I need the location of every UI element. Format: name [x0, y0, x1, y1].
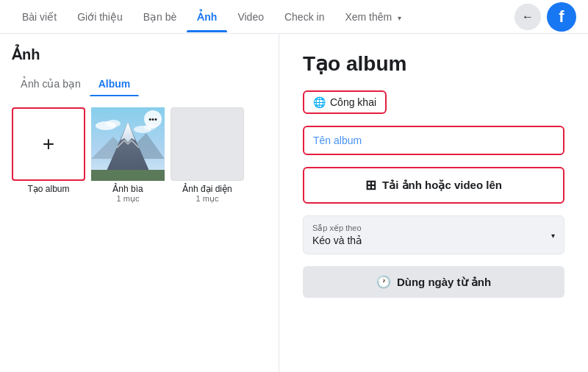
nav-check-in[interactable]: Check in	[274, 2, 334, 32]
nav-video[interactable]: Video	[227, 2, 274, 32]
album-name-container	[303, 126, 564, 155]
create-album-label: Tạo album	[27, 184, 69, 194]
sub-tabs: Ảnh của bạn Album	[12, 72, 267, 96]
nav-bai-viet[interactable]: Bài viết	[12, 2, 67, 32]
anh-bia-label: Ảnh bìa	[112, 184, 143, 194]
top-navigation: Bài viết Giới thiệu Bạn bè Ảnh Video Che…	[0, 0, 588, 34]
right-panel: Tạo album 🌐 Công khai ⊞ Tải ảnh hoặc vid…	[279, 34, 588, 372]
anh-dai-dien-sublabel: 1 mục	[196, 194, 219, 204]
create-album-title: Tạo album	[303, 51, 564, 76]
globe-icon: 🌐	[313, 96, 326, 108]
use-date-button[interactable]: 🕐 Dùng ngày từ ảnh	[303, 266, 564, 298]
anh-dai-dien-label: Ảnh đại diện	[182, 184, 232, 194]
upload-icon: ⊞	[365, 177, 376, 193]
nav-gioi-thieu[interactable]: Giới thiệu	[67, 2, 133, 32]
anh-dai-dien-wrapper: Ảnh đại diện 1 mục	[171, 107, 244, 204]
anh-bia-sublabel: 1 mục	[117, 194, 140, 204]
anh-dai-dien-tile[interactable]	[171, 107, 244, 181]
create-album-tile[interactable]: +	[12, 107, 85, 181]
clock-icon: 🕐	[376, 275, 391, 289]
chevron-down-icon: ▾	[398, 14, 401, 22]
upload-label: Tải ảnh hoặc video lên	[382, 179, 502, 192]
sort-label: Sắp xếp theo	[312, 223, 555, 233]
tab-anh-cua-ban[interactable]: Ảnh của bạn	[12, 72, 90, 96]
use-date-label: Dùng ngày từ ảnh	[397, 276, 491, 289]
tab-album[interactable]: Album	[90, 72, 140, 96]
privacy-label: Công khai	[330, 96, 376, 108]
nav-ban-be[interactable]: Bạn bè	[133, 2, 187, 32]
left-panel: Ảnh Ảnh của bạn Album + Tạo album	[0, 34, 279, 372]
plus-icon: +	[43, 132, 54, 156]
nav-xem-them[interactable]: Xem thêm ▾	[334, 2, 412, 32]
upload-button[interactable]: ⊞ Tải ảnh hoặc video lên	[303, 167, 564, 204]
anh-bia-tile[interactable]: •••	[91, 107, 165, 181]
section-title: Ảnh	[12, 46, 267, 63]
tile-menu-button[interactable]: •••	[144, 110, 162, 128]
photo-grid: + Tạo album	[12, 107, 267, 204]
svg-rect-9	[91, 170, 165, 181]
chevron-down-icon: ▾	[551, 231, 555, 239]
facebook-logo: f	[547, 2, 576, 32]
sort-value: Kéo và thả	[312, 235, 555, 246]
nav-anh[interactable]: Ảnh	[187, 2, 227, 32]
sort-dropdown[interactable]: Sắp xếp theo Kéo và thả ▾	[303, 215, 564, 254]
anh-bia-wrapper: ••• Ảnh bìa 1 mục	[91, 107, 165, 204]
svg-point-2	[106, 120, 121, 127]
main-content: Ảnh Ảnh của bạn Album + Tạo album	[0, 34, 588, 372]
back-button[interactable]: ←	[514, 4, 541, 30]
album-name-input[interactable]	[303, 126, 564, 155]
create-album-tile-wrapper: + Tạo album	[12, 107, 85, 204]
privacy-button[interactable]: 🌐 Công khai	[303, 90, 387, 114]
header-icons: ← f	[514, 2, 576, 32]
